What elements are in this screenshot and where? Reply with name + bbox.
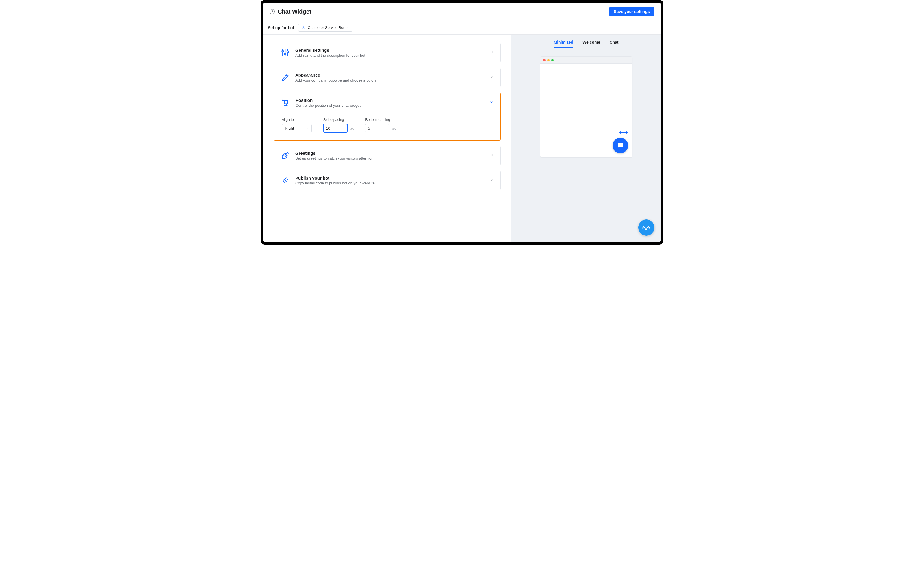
pencil-icon — [280, 72, 290, 83]
section-subtitle: Control the position of your chat widget — [296, 103, 489, 108]
position-icon — [280, 98, 290, 108]
caret-down-icon — [306, 127, 309, 130]
page-header: ? Chat Widget Save your settings — [263, 3, 661, 21]
svg-rect-10 — [284, 101, 288, 104]
section-subtitle: Add your company logotype and choose a c… — [295, 78, 490, 83]
svg-point-0 — [303, 26, 304, 27]
tab-welcome[interactable]: Welcome — [582, 40, 600, 48]
save-settings-button[interactable]: Save your settings — [609, 7, 655, 17]
align-to-select[interactable]: Right — [282, 124, 312, 132]
svg-point-6 — [282, 50, 284, 52]
traffic-light-red-icon — [543, 59, 546, 61]
bot-selector-value: Customer Service Bot — [308, 26, 344, 30]
section-subtitle: Add name and the description for your bo… — [295, 53, 490, 57]
plug-icon — [280, 176, 290, 185]
traffic-light-yellow-icon — [547, 59, 549, 61]
horizontal-arrow-icon — [619, 130, 628, 136]
setup-for-bot-label: Set up for bot — [268, 26, 294, 30]
section-appearance[interactable]: Appearance Add your company logotype and… — [274, 68, 501, 87]
section-title: Appearance — [295, 72, 490, 78]
section-title: Publish your bot — [295, 176, 490, 180]
section-title: General settings — [295, 48, 490, 53]
sliders-icon — [280, 48, 290, 57]
brand-bubble-button[interactable] — [638, 220, 654, 236]
help-icon[interactable]: ? — [270, 9, 275, 14]
svg-point-8 — [287, 51, 289, 53]
chevron-right-icon — [490, 178, 494, 183]
chevron-right-icon — [490, 153, 494, 158]
traffic-light-green-icon — [551, 59, 554, 61]
preview-titlebar — [540, 57, 632, 64]
preview-column: Minimized Welcome Chat — [511, 35, 661, 242]
bot-icon — [302, 26, 305, 30]
bottom-spacing-input[interactable] — [365, 124, 390, 132]
page-title: Chat Widget — [278, 8, 311, 15]
bottom-spacing-label: Bottom spacing — [365, 118, 396, 122]
section-subtitle: Copy install code to publish bot on your… — [295, 181, 490, 185]
tab-chat[interactable]: Chat — [609, 40, 618, 48]
chat-launcher-button[interactable] — [612, 138, 628, 153]
side-spacing-label: Side spacing — [323, 118, 354, 122]
section-title: Position — [296, 98, 489, 103]
section-title: Greetings — [295, 150, 490, 156]
preview-window — [540, 56, 633, 158]
chevron-right-icon — [490, 50, 494, 55]
unit-label: px — [350, 126, 354, 131]
svg-line-9 — [286, 75, 288, 77]
section-greetings[interactable]: Greetings Set up greetings to catch your… — [274, 146, 501, 165]
bot-selector[interactable]: Customer Service Bot — [298, 24, 352, 32]
side-spacing-input[interactable] — [323, 124, 348, 132]
section-position-header[interactable]: Position Control the position of your ch… — [274, 93, 500, 112]
section-publish[interactable]: Publish your bot Copy install code to pu… — [274, 171, 501, 190]
preview-tabs: Minimized Welcome Chat — [554, 35, 618, 48]
subheader: Set up for bot Customer Service Bot — [263, 21, 661, 35]
svg-point-7 — [284, 53, 286, 55]
settings-column: General settings Add name and the descri… — [263, 35, 511, 242]
wave-icon — [280, 150, 290, 161]
section-general-settings[interactable]: General settings Add name and the descri… — [274, 43, 501, 62]
chevron-right-icon — [490, 75, 494, 80]
align-to-value: Right — [285, 126, 294, 131]
caret-down-icon — [346, 26, 350, 30]
tab-minimized[interactable]: Minimized — [554, 40, 573, 48]
chevron-down-icon — [489, 100, 494, 105]
unit-label: px — [392, 126, 396, 131]
section-position: Position Control the position of your ch… — [274, 93, 501, 141]
chat-bubble-icon — [616, 142, 624, 149]
position-form: Align to Right Side spacing px — [274, 112, 500, 140]
section-subtitle: Set up greetings to catch your visitors … — [295, 156, 490, 161]
wave-line-icon — [642, 226, 651, 230]
align-to-label: Align to — [282, 118, 312, 122]
